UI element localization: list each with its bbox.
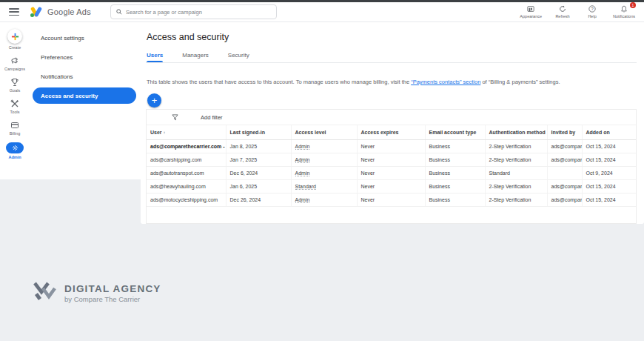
rail-item-tools[interactable]: Tools (10, 99, 20, 114)
description-text-pre: This table shows the users that have acc… (147, 79, 411, 85)
user-cell: ads@carshipping.com (147, 153, 226, 167)
table-row: ads@carshipping.comJan 7, 2025AdminNever… (147, 153, 636, 167)
access-expires-cell: Never (357, 193, 425, 207)
refresh-button[interactable]: Refresh (554, 5, 571, 19)
authentication-method-cell: 2-Step Verification (485, 193, 547, 207)
settings-subnav: Account settings Preferences Notificatio… (30, 22, 141, 179)
email-account-type-cell: Business (425, 140, 485, 153)
access-expires-cell: Never (357, 153, 425, 167)
access-expires-cell: Never (357, 140, 425, 153)
wallet-icon (10, 121, 19, 130)
help-label: Help (588, 14, 596, 19)
payments-contacts-link[interactable]: “Payments contacts” section (411, 79, 480, 85)
subnav-item-preferences[interactable]: Preferences (30, 47, 141, 67)
help-icon: ? (588, 5, 596, 13)
table-row: ads@motocycleshipping.comDec 26, 2024Adm… (147, 193, 636, 207)
refresh-label: Refresh (555, 14, 569, 19)
help-button[interactable]: ? Help (583, 5, 601, 19)
google-ads-logo-icon (30, 7, 42, 17)
table-row: ads@heavyhauling.comJan 6, 2025StandardN… (147, 180, 636, 193)
col-header-authentication-method[interactable]: Authentication method (485, 125, 547, 140)
plus-icon (11, 33, 19, 41)
appearance-button[interactable]: Appearance (520, 5, 542, 19)
last-signed-in-cell: Dec 6, 2024 (226, 167, 291, 180)
svg-text:?: ? (591, 7, 594, 11)
main-content: Access and security Users Managers Secur… (141, 22, 644, 224)
tab-security[interactable]: Security (228, 52, 249, 62)
table-body: ads@comparethecarrier.com - YouJan 8, 20… (147, 140, 636, 207)
access-level-cell[interactable]: Standard (291, 180, 357, 193)
rail-item-campaigns[interactable]: Campaigns (4, 56, 25, 71)
subnav-item-access-and-security[interactable]: Access and security (33, 87, 136, 104)
col-header-invited-by[interactable]: Invited by (547, 125, 582, 140)
rail-label-billing: Billing (10, 131, 21, 136)
access-level-cell[interactable]: Admin (291, 140, 357, 153)
user-cell: ads@heavyhauling.com (147, 180, 226, 193)
search-icon (116, 9, 122, 15)
global-search[interactable] (110, 4, 277, 19)
table-header-row: User ↑ Last signed-in Access level Acces… (147, 125, 636, 140)
tab-users[interactable]: Users (147, 52, 163, 62)
invited-by-cell: ads@comparethec (547, 193, 582, 207)
top-app-bar: Google Ads Appearance Refresh ? Help 1 N… (0, 2, 644, 22)
col-header-last-signed-in[interactable]: Last signed-in (226, 125, 291, 140)
rail-item-admin[interactable]: Admin (6, 142, 24, 159)
table-description: This table shows the users that have acc… (146, 79, 637, 85)
rail-item-create[interactable]: Create (7, 29, 22, 50)
email-account-type-cell: Business (425, 153, 485, 167)
agency-logo-subtitle: by Compare The Carrier (64, 295, 161, 303)
last-signed-in-cell: Jan 8, 2025 (226, 140, 291, 153)
notification-badge: 1 (630, 2, 636, 8)
bell-icon (620, 5, 628, 13)
access-expires-cell: Never (357, 167, 425, 180)
search-input[interactable] (126, 9, 271, 16)
invited-by-cell: ads@comparethec (547, 180, 582, 193)
subnav-item-notifications[interactable]: Notifications (30, 67, 141, 86)
access-level-cell[interactable]: Admin (291, 193, 357, 207)
authentication-method-cell: 2-Step Verification (485, 180, 547, 193)
users-table: User ↑ Last signed-in Access level Acces… (147, 125, 636, 207)
col-header-email-account-type[interactable]: Email account type (425, 125, 485, 140)
tab-managers[interactable]: Managers (182, 52, 209, 62)
email-account-type-cell: Business (425, 167, 485, 180)
page-title: Access and security (146, 22, 637, 42)
authentication-method-cell: Standard (485, 167, 547, 180)
users-table-card: Add filter User ↑ Last signed-in Access … (146, 109, 637, 224)
added-on-cell: Oct 15, 2024 (582, 153, 636, 167)
last-signed-in-cell: Jan 6, 2025 (226, 180, 291, 193)
trophy-icon (10, 78, 19, 87)
navigation-rail: Create Campaigns Goals Tools Billing Adm… (0, 22, 30, 179)
col-header-access-expires[interactable]: Access expires (357, 125, 425, 140)
add-filter-button[interactable]: Add filter (201, 114, 223, 121)
subnav-item-account-settings[interactable]: Account settings (30, 28, 141, 47)
invited-by-cell: ads@comparethec (547, 153, 582, 167)
added-on-cell: Oct 15, 2024 (582, 193, 636, 207)
brand-title: Google Ads (47, 7, 91, 16)
access-level-cell[interactable]: Admin (291, 153, 357, 167)
megaphone-icon (10, 56, 19, 65)
last-signed-in-cell: Dec 26, 2024 (226, 193, 291, 207)
rail-item-goals[interactable]: Goals (10, 78, 20, 93)
col-header-added-on[interactable]: Added on (582, 125, 636, 140)
description-text-post: of “Billing & payments” settings. (480, 79, 560, 85)
notifications-button[interactable]: 1 Notifications (613, 5, 635, 19)
add-user-button[interactable]: + (147, 93, 161, 107)
notifications-label: Notifications (613, 14, 635, 19)
added-on-cell: Oct 15, 2024 (582, 180, 636, 193)
rail-label-goals: Goals (10, 88, 20, 93)
user-cell: ads@comparethecarrier.com - You (147, 140, 226, 153)
tab-bar: Users Managers Security (146, 52, 637, 63)
table-row: ads@autotranspot.comDec 6, 2024AdminNeve… (147, 167, 636, 180)
col-header-user[interactable]: User ↑ (147, 125, 226, 140)
main-menu-icon[interactable] (9, 8, 19, 16)
table-row: ads@comparethecarrier.com - YouJan 8, 20… (147, 140, 636, 153)
access-level-cell[interactable]: Admin (291, 167, 357, 180)
rail-label-tools: Tools (10, 110, 20, 114)
added-on-cell: Oct 9, 2024 (582, 167, 636, 180)
email-account-type-cell: Business (425, 193, 485, 207)
filter-funnel-icon[interactable] (172, 114, 178, 121)
agency-logo-title: DIGITAL AGENCY (64, 283, 161, 294)
col-header-access-level[interactable]: Access level (291, 125, 357, 140)
filter-bar: Add filter (147, 110, 636, 125)
rail-item-billing[interactable]: Billing (10, 121, 21, 136)
